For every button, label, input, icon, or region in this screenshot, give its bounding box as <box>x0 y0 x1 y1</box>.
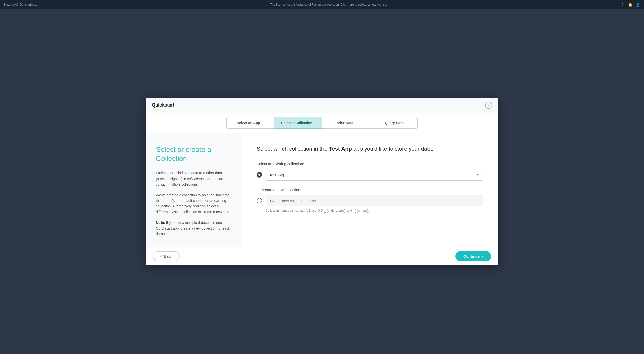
quickstart-modal: Quickstart × Select an App Select a Coll… <box>146 98 498 266</box>
note-prefix: Note: <box>156 221 165 225</box>
modal-footer: < Back Continue > <box>146 247 498 265</box>
collection-select[interactable]: Test_App collection2 collection3 <box>266 169 483 181</box>
app-name: Test App <box>329 146 352 152</box>
left-panel-desc-2: We've created a collection to hold the i… <box>156 192 231 215</box>
new-collection-input[interactable] <box>266 195 483 206</box>
close-button[interactable]: × <box>485 102 492 109</box>
step-index-data[interactable]: Index Data <box>322 117 370 129</box>
license-warning-text: The license for this instance of Fusion … <box>270 3 340 6</box>
existing-collection-label: Select an existing collection: <box>257 162 483 166</box>
existing-collection-radio[interactable] <box>257 172 262 178</box>
step-query-data[interactable]: Query Data <box>370 117 418 129</box>
new-collection-label: Or create a new collection: <box>257 188 483 192</box>
left-panel-title: Select or create a Collection <box>156 145 231 163</box>
step-index-data-label: Index Data <box>336 121 353 125</box>
modal-title: Quickstart <box>152 102 174 108</box>
top-bar: New here? Get started... The license for… <box>0 0 644 9</box>
left-panel-note: Note: If you index multiple datasets in … <box>156 220 231 237</box>
question-icon[interactable]: ? <box>620 2 625 7</box>
collection-name-hint: Collection names can contain A-Z, a-z, 0… <box>266 209 483 213</box>
get-started-link[interactable]: New here? Get started... <box>4 3 37 6</box>
upload-license-link[interactable]: Click here to upload a new license. <box>340 3 387 6</box>
top-bar-center: The license for this instance of Fusion … <box>270 3 387 6</box>
modal-header: Quickstart × <box>146 98 498 113</box>
step-select-app[interactable]: Select an App <box>226 117 274 129</box>
new-collection-radio[interactable] <box>257 198 262 203</box>
step-select-app-label: Select an App <box>237 121 260 125</box>
top-bar-right: ? 🔔 👤 <box>620 2 640 7</box>
step-select-collection-label: Select a Collection <box>281 121 312 125</box>
user-icon[interactable]: 👤 <box>635 2 640 7</box>
left-panel-desc-1: Fusion stores indexed data and other dat… <box>156 170 231 187</box>
right-panel-heading: Select which collection in the Test App … <box>257 145 483 153</box>
step-select-collection[interactable]: Select a Collection <box>274 117 322 129</box>
modal-body: Select or create a Collection Fusion sto… <box>146 133 498 247</box>
wizard-nav: Select an App Select a Collection Index … <box>146 113 498 133</box>
main-area: Quickstart × Select an App Select a Coll… <box>0 9 644 354</box>
heading-end: app you'd like to store your data: <box>353 146 433 152</box>
back-button[interactable]: < Back <box>153 251 180 261</box>
top-bar-left: New here? Get started... <box>4 3 37 6</box>
left-panel: Select or create a Collection Fusion sto… <box>146 133 242 247</box>
continue-button[interactable]: Continue > <box>455 251 491 261</box>
right-panel: Select which collection in the Test App … <box>242 133 498 247</box>
new-collection-row <box>257 195 483 206</box>
step-query-data-label: Query Data <box>385 121 404 125</box>
existing-collection-group: Test_App collection2 collection3 ▼ <box>257 169 483 181</box>
collection-select-wrapper: Test_App collection2 collection3 ▼ <box>266 169 483 181</box>
heading-start: Select which collection in the <box>257 146 327 152</box>
bell-icon[interactable]: 🔔 <box>628 2 632 7</box>
steps-container: Select an App Select a Collection Index … <box>226 117 418 129</box>
